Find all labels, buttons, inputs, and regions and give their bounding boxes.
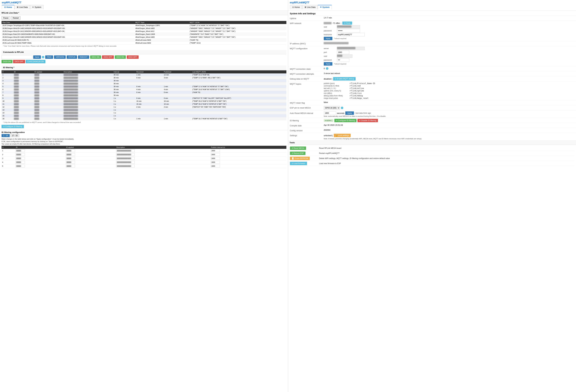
- mqtt-json-col-header: MQTT JSON: [189, 21, 286, 24]
- hostname-input[interactable]: [337, 33, 365, 36]
- config-interval-input[interactable]: [211, 157, 220, 160]
- tool-button[interactable]: ▐▌ Erase EEPROM: [290, 157, 310, 160]
- configure-id-filtering-button[interactable]: ⊙ Configure ID filtering: [1, 125, 24, 128]
- config-desc-input[interactable]: [116, 157, 135, 160]
- dio3off-button[interactable]: DIO3 OFF: [13, 60, 25, 63]
- config-id-input[interactable]: [16, 161, 25, 164]
- server-input-blurred: ██████████████: [337, 47, 365, 50]
- dio1off-button[interactable]: DIO1 OFF: [102, 55, 114, 59]
- list-item: 6 ████ ████ ████████████ 30 min 4 min 4 …: [1, 88, 286, 91]
- if-interval-header: Interval: [113, 70, 136, 73]
- tool-button[interactable]: ↺ Reboot ESP: [290, 151, 305, 155]
- tab-home-right[interactable]: ⊙ Home: [290, 5, 302, 9]
- pause-button[interactable]: Pause: [1, 16, 10, 20]
- dio1on-button[interactable]: DIO1 ON: [90, 55, 101, 59]
- esp-pin-select[interactable]: GPIO-16 (D0) GPIO-5 (D1) GPIO-4 (D2) Non…: [324, 106, 340, 110]
- mqtt-password-input[interactable]: [337, 58, 349, 62]
- version-button[interactable]: VERSION: [54, 55, 66, 59]
- compile-date-label: Compile date: [290, 124, 324, 127]
- tab-system-left[interactable]: ✏ System: [30, 5, 44, 9]
- ping-button[interactable]: PING: [45, 55, 53, 59]
- config-interval-input[interactable]: [211, 161, 220, 164]
- config-desc-input[interactable]: [116, 149, 135, 152]
- dio2on-button[interactable]: DIO2 ON: [115, 55, 126, 59]
- config-id-input[interactable]: [16, 157, 25, 160]
- table-row: 1: [1, 149, 286, 153]
- config-id-applied-input[interactable]: [66, 161, 75, 164]
- apply-wifi-button[interactable]: Apply: [324, 37, 332, 40]
- status-button[interactable]: STATUS: [67, 55, 77, 59]
- config-id-applied-input[interactable]: [66, 153, 75, 156]
- tool-button[interactable]: ⊙ Load firmware: [290, 162, 307, 165]
- ct-idapplied-header: ID applied: [65, 146, 115, 149]
- config-id-input[interactable]: [16, 149, 25, 152]
- mqtt-user-label: user: [324, 55, 336, 57]
- ct-desc-header: Description: [115, 146, 210, 149]
- dio2off-button[interactable]: DIO2 OFF: [127, 55, 139, 59]
- signal-blurred: ██████: [324, 22, 332, 24]
- config-interval-input[interactable]: [211, 165, 220, 167]
- command-input[interactable]: [1, 55, 32, 59]
- mqtt-conn-state-row: MQTT connection state 0 i: [288, 66, 576, 71]
- list-item: 8 ████ ████ ████████████ 30 min: [1, 94, 286, 97]
- tool-row: ↺ Reboot ESP Restart espRFLinkMQTT: [290, 151, 574, 156]
- config-desc-input[interactable]: [116, 165, 135, 167]
- list-item: 1 ████ ████ ████████████ 30 min 1 min 12…: [1, 73, 286, 76]
- config-desc-input[interactable]: [116, 161, 135, 164]
- configure-id-btn-right[interactable]: ✏ Configure ID filtering: [334, 119, 357, 122]
- tab-system-right[interactable]: ✏ System: [318, 5, 332, 9]
- esp-pin-info-icon[interactable]: i: [341, 107, 343, 109]
- apply-mqtt-button[interactable]: Apply: [324, 62, 332, 65]
- mqtt-conn-state-label: MQTT connection state: [290, 67, 324, 70]
- list-item: 11 ████ ████ ████████████ 1 s 16 min 16 …: [1, 103, 286, 106]
- ip-label: IP address (MAC): [290, 42, 324, 45]
- tool-description: Delete WiFi settings, MQTT settings, ID …: [319, 157, 390, 159]
- mqtt-topic-item: mega reset pulserflink/mega_reset: [324, 97, 574, 99]
- config-id-input[interactable]: [16, 165, 25, 167]
- tool-button[interactable]: ↺ Reset MEGA: [290, 147, 306, 150]
- dio3on-button[interactable]: DIO3 ON: [1, 60, 12, 63]
- raw-data-row: 20;85;Oregon Wind;ID=1A12;WINDIR=0008;WI…: [1, 30, 286, 33]
- config-interval-input[interactable]: [211, 149, 220, 152]
- restart-button[interactable]: Restart: [11, 16, 21, 20]
- config-id-applied-input[interactable]: [66, 157, 75, 160]
- tab-live-data-right[interactable]: 🖥 Live Data: [302, 5, 318, 9]
- info-icon[interactable]: i: [42, 56, 44, 58]
- id-config-tab-17-32[interactable]: 17 - 32: [10, 134, 19, 137]
- left-app-title: espRFLinkMQTT: [2, 1, 286, 4]
- config-interval-input[interactable]: [211, 153, 220, 156]
- esp-pin-label: ESP pin to reset MEGA: [290, 106, 324, 109]
- wifi-password-input[interactable]: [337, 29, 360, 32]
- tool-description: Load new firmware to ESP: [319, 162, 341, 165]
- id-filtering-state: enabled |: [324, 119, 333, 122]
- id-config-tab-1-16[interactable]: 1 - 16: [1, 134, 10, 137]
- list-item: 10 ████ ████ ████████████ 1 s 16 min 16 …: [1, 100, 286, 103]
- port-input[interactable]: [337, 51, 349, 54]
- config-id-applied-input[interactable]: [66, 165, 75, 167]
- tab-home-left[interactable]: ⊙ Home: [2, 5, 14, 9]
- scan-button[interactable]: ⊡ Scan: [342, 22, 352, 25]
- enable-mqtt-debug-button[interactable]: ⊡ Enable MQTT debug: [333, 77, 356, 81]
- tool-row: ⊙ Load firmware Load new firmware to ESP: [290, 161, 574, 166]
- config-id-input[interactable]: [16, 153, 25, 156]
- mqtt-state-info-icon[interactable]: i: [326, 67, 328, 70]
- settings-label: Settings: [290, 134, 324, 137]
- mqtt-topics-label: MQTT topics: [290, 82, 324, 85]
- lock-settings-button[interactable]: 🔒 Lock settings: [334, 134, 351, 137]
- config-id-applied-input[interactable]: [66, 149, 75, 152]
- apply-reset-button[interactable]: Apply: [345, 111, 354, 115]
- chacon-button[interactable]: CHACON34126 ON: [26, 60, 46, 63]
- ip-value-blurred: ███████████████████: [324, 42, 349, 44]
- system-icon-left: ✏: [32, 6, 34, 8]
- auto-reset-note: | last data 0min ago: [355, 112, 371, 114]
- disable-id-btn-right[interactable]: ✗ Disable ID filtering: [357, 119, 378, 122]
- tab-live-data-left[interactable]: 🖥 Live Data: [14, 5, 30, 9]
- id-config-help3: Tip: Leave an empty ID after last device…: [1, 143, 286, 145]
- ssid-input-blurred: ███████████: [337, 25, 360, 29]
- config-desc-input[interactable]: [116, 153, 135, 156]
- auto-reset-input[interactable]: [324, 111, 336, 115]
- mqtt-user-blurred: ████: [337, 55, 352, 58]
- send-button[interactable]: Send: [33, 55, 41, 59]
- list-item: 14 ████ ████ ████████████ 1 s: [1, 111, 286, 114]
- reboot-button[interactable]: REBOOT: [78, 55, 89, 59]
